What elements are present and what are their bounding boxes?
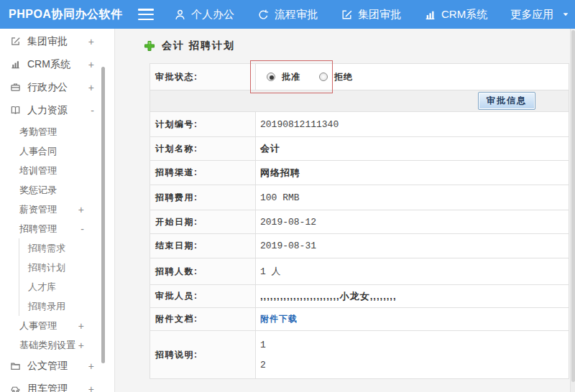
table-row: 计划编号:20190812111340 <box>150 112 569 137</box>
approval-status-row: 审批状态: 批准拒绝 <box>150 64 569 90</box>
sidebar-item-label: 招聘需求 <box>28 242 65 255</box>
expand-toggle-icon[interactable]: + <box>78 204 84 215</box>
sidebar-item[interactable]: 招聘计划 <box>19 258 114 277</box>
sidebar-item-label: 招聘计划 <box>28 261 65 274</box>
expand-toggle-icon[interactable]: + <box>78 320 84 332</box>
expand-toggle-icon[interactable]: + <box>88 59 94 70</box>
approval-radio-group: 批准拒绝 <box>260 71 569 83</box>
page-scrollbar-thumb[interactable] <box>571 30 575 382</box>
expand-toggle-icon[interactable]: + <box>78 340 84 351</box>
sidebar-scrollbar[interactable] <box>101 67 105 363</box>
sidebar-item[interactable]: 人力资源- <box>0 99 114 122</box>
topnav-item-label: 更多应用 <box>510 8 553 22</box>
topnav-item[interactable]: CRM系统 <box>424 8 487 22</box>
field-value: 1 2 <box>256 331 569 379</box>
table-row: 招聘费用:100 RMB <box>150 185 569 210</box>
expand-toggle-icon[interactable]: - <box>91 105 94 116</box>
expand-toggle-icon[interactable]: + <box>88 82 94 93</box>
table-row: 招聘说明:1 2 <box>150 331 569 379</box>
sidebar-item-label: 奖惩记录 <box>19 184 57 197</box>
topnav-item-label: CRM系统 <box>441 8 487 22</box>
sidebar-item-label: 公文管理 <box>27 360 68 373</box>
radio-icon[interactable] <box>319 73 328 81</box>
sidebar-item[interactable]: 用车管理+ <box>0 378 114 392</box>
field-label: 计划名称: <box>150 137 256 161</box>
sidebar-item[interactable]: 集团审批+ <box>0 30 114 53</box>
field-label: 计划编号: <box>150 112 256 137</box>
field-label: 招聘渠道: <box>150 161 256 185</box>
table-row: 计划名称:会计 <box>150 137 569 161</box>
field-label: 开始日期: <box>150 210 256 234</box>
field-value: 2019-08-12 <box>256 210 569 234</box>
topnav-item[interactable]: 更多应用 <box>510 8 570 22</box>
sidebar-item-label: 招聘录用 <box>28 300 65 313</box>
table-row: 附件文档:附件下载 <box>150 308 569 331</box>
history-icon <box>257 9 270 21</box>
sidebar-item[interactable]: 培训管理 <box>0 161 114 180</box>
sidebar-item[interactable]: 招聘录用 <box>19 297 114 316</box>
sidebar-item[interactable]: 基础类别设置+ <box>0 335 114 355</box>
topnav-item[interactable]: 集团审批 <box>341 8 401 22</box>
sidebar-item[interactable]: 招聘需求 <box>19 238 114 258</box>
table-row: 招聘人数:1 人 <box>150 258 569 285</box>
field-value: ,,,,,,,,,,,,,,,,,,,,,,,,小龙女,,,,,,,, <box>256 285 569 308</box>
page-title: 会计 招聘计划 <box>162 39 235 52</box>
page-scrollbar[interactable] <box>570 29 575 392</box>
expand-toggle-icon[interactable]: - <box>80 223 84 235</box>
sidebar-item[interactable]: 奖惩记录 <box>0 180 114 200</box>
sidebar-item[interactable]: 人才库 <box>19 277 114 297</box>
edit-icon <box>10 36 22 47</box>
menu-toggle-icon[interactable] <box>138 9 154 20</box>
page-header: 会计 招聘计划 <box>115 29 575 63</box>
book-icon <box>10 105 22 116</box>
sidebar-item[interactable]: 薪资管理+ <box>0 200 114 219</box>
main-content: 会计 招聘计划 审批状态: 批准拒绝 审批信息 计划编号:20190812111… <box>115 29 575 392</box>
field-label: 结束日期: <box>150 234 256 258</box>
field-value: 100 RMB <box>256 185 569 210</box>
sidebar-item-label: 用车管理 <box>27 383 68 392</box>
topnav-item-label: 流程审批 <box>275 8 318 22</box>
radio-label: 拒绝 <box>334 71 353 83</box>
expand-toggle-icon[interactable]: + <box>88 383 94 392</box>
sidebar-item[interactable]: CRM系统+ <box>0 53 114 76</box>
radio-icon[interactable] <box>267 73 275 81</box>
radio-label: 批准 <box>282 71 300 83</box>
sidebar-item-label: 人事合同 <box>19 145 57 158</box>
sidebar-item-label: 基础类别设置 <box>19 339 75 352</box>
field-value: 网络招聘 <box>256 161 569 185</box>
topbar: PHPOA协同办公软件 个人办公流程审批集团审批CRM系统更多应用 <box>0 0 575 29</box>
sidebar-item[interactable]: 公文管理+ <box>0 355 114 378</box>
expand-toggle-icon[interactable]: + <box>88 36 94 47</box>
sidebar-item[interactable]: 招聘管理- <box>0 219 114 238</box>
radio-option[interactable]: 批准 <box>267 71 300 83</box>
table-row: 审批人员:,,,,,,,,,,,,,,,,,,,,,,,,小龙女,,,,,,,, <box>150 285 569 308</box>
table-row: 招聘渠道:网络招聘 <box>150 161 569 185</box>
attachment-download-link[interactable]: 附件下载 <box>260 314 298 324</box>
top-nav: 个人办公流程审批集团审批CRM系统更多应用 <box>174 8 570 22</box>
sidebar-item[interactable]: 人事管理+ <box>0 316 114 335</box>
sidebar-item-label: 行政办公 <box>27 81 68 94</box>
add-icon[interactable] <box>144 40 155 52</box>
sidebar-item[interactable]: 考勤管理 <box>0 122 114 141</box>
expand-toggle-icon[interactable]: + <box>88 360 94 372</box>
field-label: 招聘费用: <box>150 185 256 210</box>
folder-icon <box>10 360 22 372</box>
detail-panel: 审批状态: 批准拒绝 审批信息 计划编号:20190812111340计划名称:… <box>150 63 569 379</box>
sidebar-item-label: 人事管理 <box>19 319 57 332</box>
sidebar-item-label: 薪资管理 <box>19 203 57 216</box>
sidebar-item[interactable]: 人事合同 <box>0 141 114 161</box>
topnav-item[interactable]: 个人办公 <box>174 8 234 22</box>
field-label: 附件文档: <box>150 308 256 331</box>
edit-icon <box>341 9 353 21</box>
approve-info-button[interactable]: 审批信息 <box>478 92 535 110</box>
sidebar-item[interactable]: 行政办公+ <box>0 76 114 99</box>
sidebar-item-label: 集团审批 <box>27 35 68 48</box>
field-value: 会计 <box>256 137 569 161</box>
table-row: 开始日期:2019-08-12 <box>150 210 569 234</box>
sidebar-item-label: 人力资源 <box>27 104 68 117</box>
radio-option[interactable]: 拒绝 <box>319 71 353 83</box>
field-value: 1 人 <box>256 258 569 285</box>
table-row: 结束日期:2019-08-31 <box>150 234 569 258</box>
topnav-item-label: 个人办公 <box>191 8 234 22</box>
topnav-item[interactable]: 流程审批 <box>257 8 318 22</box>
